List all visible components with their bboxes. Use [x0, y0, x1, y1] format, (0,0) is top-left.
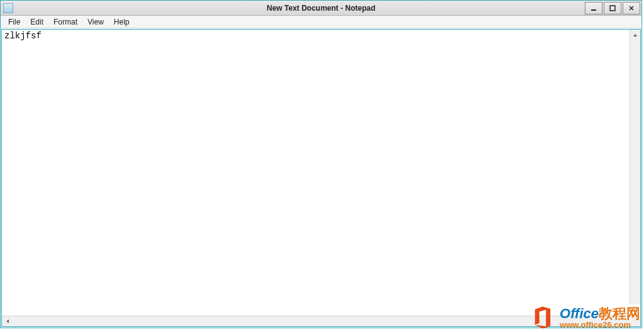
svg-rect-0	[591, 9, 596, 11]
scroll-up-arrow-icon[interactable]	[630, 30, 640, 40]
scroll-corner	[630, 316, 640, 326]
window-title: New Text Document - Notepad	[1, 4, 641, 13]
menu-format[interactable]: Format	[48, 16, 82, 28]
svg-marker-4	[633, 34, 637, 36]
text-editor[interactable]: zlkjfsf	[2, 30, 640, 316]
menubar: File Edit Format View Help	[1, 16, 641, 28]
menu-edit[interactable]: Edit	[25, 16, 48, 28]
minimize-button[interactable]	[585, 2, 602, 14]
close-button[interactable]	[623, 2, 640, 14]
notepad-window: New Text Document - Notepad File Edit Fo…	[0, 0, 642, 328]
menu-view[interactable]: View	[82, 16, 109, 28]
svg-rect-1	[610, 6, 615, 11]
horizontal-scrollbar[interactable]	[2, 316, 640, 326]
hscroll-track[interactable]	[13, 316, 640, 326]
vertical-scrollbar[interactable]	[630, 30, 640, 304]
menu-file[interactable]: File	[3, 16, 25, 28]
svg-marker-5	[6, 319, 9, 323]
text-content: zlkjfsf	[4, 31, 42, 41]
titlebar[interactable]: New Text Document - Notepad	[1, 1, 641, 16]
editor-area: zlkjfsf	[1, 29, 641, 327]
window-controls	[584, 2, 640, 14]
menu-help[interactable]: Help	[109, 16, 135, 28]
maximize-button[interactable]	[604, 2, 621, 14]
scroll-left-arrow-icon[interactable]	[2, 316, 13, 326]
notepad-icon	[3, 3, 13, 13]
